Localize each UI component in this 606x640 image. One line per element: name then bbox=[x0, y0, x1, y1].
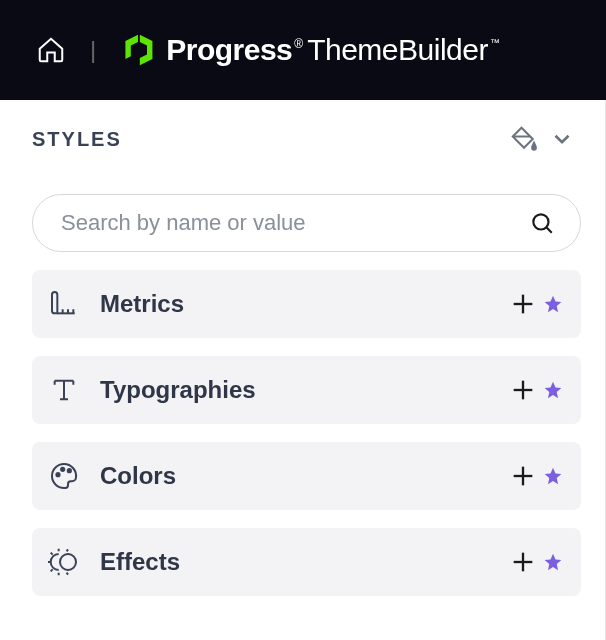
app-header: | Progress ® ThemeBuilder ™ bbox=[0, 0, 606, 100]
ruler-icon bbox=[46, 288, 82, 320]
typography-icon bbox=[46, 374, 82, 406]
category-metrics[interactable]: Metrics bbox=[32, 270, 581, 338]
svg-point-0 bbox=[533, 214, 548, 229]
plus-icon[interactable] bbox=[509, 290, 537, 318]
search-input[interactable] bbox=[32, 194, 581, 252]
effects-icon bbox=[46, 546, 82, 578]
star-icon[interactable] bbox=[543, 380, 563, 400]
category-label: Typographies bbox=[100, 376, 491, 404]
plus-icon[interactable] bbox=[509, 462, 537, 490]
brand-text: Progress ® ThemeBuilder ™ bbox=[166, 33, 500, 67]
category-actions bbox=[509, 462, 563, 490]
plus-icon[interactable] bbox=[509, 548, 537, 576]
category-actions bbox=[509, 548, 563, 576]
paint-bucket-icon[interactable] bbox=[509, 124, 539, 154]
brand-trademark: ™ bbox=[490, 37, 500, 48]
category-effects[interactable]: Effects bbox=[32, 528, 581, 596]
category-colors[interactable]: Colors bbox=[32, 442, 581, 510]
brand-logo[interactable]: Progress ® ThemeBuilder ™ bbox=[120, 32, 500, 68]
search-container bbox=[32, 194, 593, 252]
progress-logo-icon bbox=[120, 32, 156, 68]
category-label: Colors bbox=[100, 462, 491, 490]
svg-point-7 bbox=[61, 468, 64, 471]
brand-progress: Progress bbox=[166, 33, 292, 67]
category-actions bbox=[509, 290, 563, 318]
header-divider: | bbox=[90, 36, 96, 64]
category-actions bbox=[509, 376, 563, 404]
svg-point-11 bbox=[60, 554, 76, 570]
brand-registered: ® bbox=[294, 37, 303, 51]
styles-panel: STYLES bbox=[0, 100, 606, 640]
star-icon[interactable] bbox=[543, 294, 563, 314]
home-icon[interactable] bbox=[36, 35, 66, 65]
panel-actions bbox=[509, 124, 575, 154]
svg-line-1 bbox=[546, 227, 551, 232]
panel-header: STYLES bbox=[32, 124, 593, 154]
category-typographies[interactable]: Typographies bbox=[32, 356, 581, 424]
plus-icon[interactable] bbox=[509, 376, 537, 404]
star-icon[interactable] bbox=[543, 552, 563, 572]
category-label: Metrics bbox=[100, 290, 491, 318]
category-list: Metrics bbox=[32, 270, 593, 596]
svg-point-6 bbox=[56, 473, 59, 476]
search-icon[interactable] bbox=[529, 210, 555, 236]
panel-title: STYLES bbox=[32, 128, 122, 151]
svg-point-8 bbox=[68, 469, 71, 472]
brand-themebuilder: ThemeBuilder bbox=[307, 33, 488, 67]
star-icon[interactable] bbox=[543, 466, 563, 486]
chevron-down-icon[interactable] bbox=[549, 126, 575, 152]
category-label: Effects bbox=[100, 548, 491, 576]
palette-icon bbox=[46, 460, 82, 492]
